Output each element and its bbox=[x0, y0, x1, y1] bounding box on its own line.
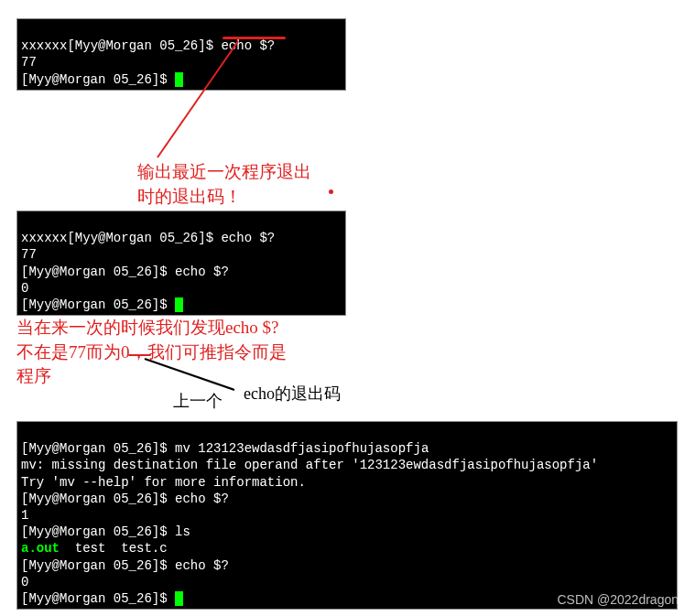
terminal-text: xxxxxx[Myy@Morgan 05_26]$ echo $? 77 [My… bbox=[21, 38, 275, 86]
watermark-text: CSDN @2022dragon bbox=[557, 592, 679, 607]
ls-executable: a.out bbox=[21, 541, 60, 556]
annotation-echo-zero: 当在来一次的时候我们发现echo $? 不在是77而为0，我们可推指令而是 程序 bbox=[16, 316, 287, 389]
red-underline-1 bbox=[223, 37, 286, 39]
annotation-echo-exit-code: echo的退出码 bbox=[244, 383, 341, 405]
terminal-cursor bbox=[175, 591, 183, 606]
annotation-exit-code: 输出最近一次程序退出 时的退出码！ bbox=[137, 160, 311, 209]
terminal-block-1: xxxxxx[Myy@Morgan 05_26]$ echo $? 77 [My… bbox=[16, 18, 346, 91]
terminal-text: [Myy@Morgan 05_26]$ mv 123123ewdasdfjasi… bbox=[21, 441, 598, 606]
red-underline-2 bbox=[128, 354, 151, 356]
terminal-cursor bbox=[175, 297, 183, 312]
terminal-block-3: [Myy@Morgan 05_26]$ mv 123123ewdasdfjasi… bbox=[16, 421, 678, 610]
terminal-text: xxxxxx[Myy@Morgan 05_26]$ echo $? 77 [My… bbox=[21, 231, 275, 312]
red-dot bbox=[329, 189, 333, 194]
annotation-previous: 上一个 bbox=[173, 390, 223, 412]
terminal-cursor bbox=[175, 72, 183, 87]
terminal-block-2: xxxxxx[Myy@Morgan 05_26]$ echo $? 77 [My… bbox=[16, 211, 346, 316]
